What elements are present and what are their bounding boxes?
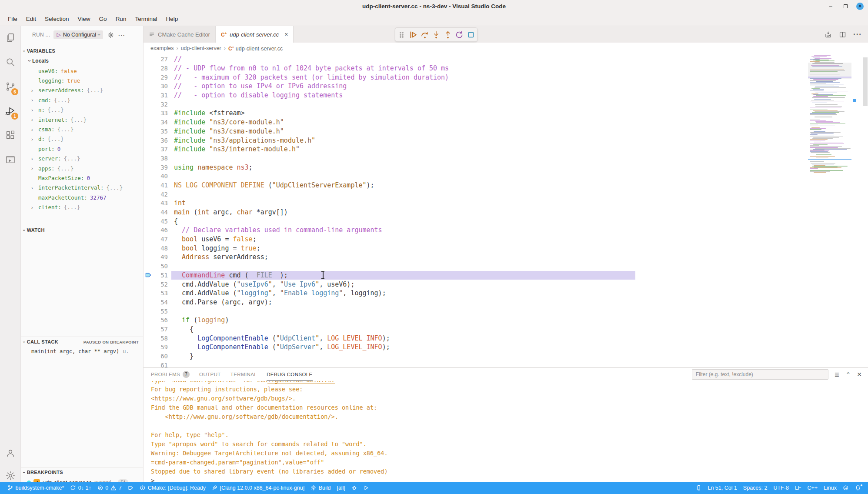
code-line-50[interactable]: 50 [144, 262, 868, 271]
close-tab-icon[interactable]: × [284, 31, 288, 38]
menu-item-view[interactable]: View [73, 14, 95, 24]
stop-button[interactable] [466, 30, 476, 40]
variable-row-client[interactable]: ›client:{...} [21, 202, 143, 212]
variable-row-n[interactable]: ›n:{...} [21, 105, 143, 115]
breadcrumb-item[interactable]: udp-client-server [181, 45, 221, 51]
variable-row-server[interactable]: ›server:{...} [21, 154, 143, 164]
code-editor[interactable]: 27//28// - UDP flow from n0 to n1 of 102… [144, 54, 868, 367]
code-line-43[interactable]: 43int [144, 199, 868, 208]
code-line-38[interactable]: 38 [144, 154, 868, 163]
code-line-33[interactable]: 33#include <fstream> [144, 109, 868, 118]
variable-row-MaxPacketSize[interactable]: MaxPacketSize:0 [21, 173, 143, 183]
variable-row-d[interactable]: ›d:{...} [21, 134, 143, 144]
code-line-31[interactable]: 31// - option to disable logging stateme… [144, 91, 868, 100]
continue-button[interactable] [408, 30, 418, 40]
filter-icon[interactable]: ≣ [835, 371, 840, 378]
code-line-51[interactable]: 51 CommandLine cmd (__FILE__); [144, 271, 868, 280]
menu-item-file[interactable]: File [3, 14, 22, 24]
panel-tab-terminal[interactable]: TERMINAL [230, 368, 257, 381]
step-out-button[interactable] [443, 30, 453, 40]
variable-row-serverAddress[interactable]: ›serverAddress:{...} [21, 86, 143, 95]
minimap[interactable] [808, 54, 851, 180]
variable-row-cmd[interactable]: ›cmd:{...} [21, 95, 143, 105]
close-button[interactable]: × [856, 3, 864, 10]
launch-target-button[interactable] [360, 482, 372, 494]
variables-group-locals[interactable]: ›Locals [21, 56, 143, 66]
debug-target-button[interactable] [348, 482, 361, 494]
minimize-button[interactable]: – [827, 2, 835, 10]
debug-settings-gear-icon[interactable] [107, 31, 115, 39]
debug-console-output[interactable]: Type "show configuration" for configurat… [144, 381, 868, 482]
step-over-button[interactable] [420, 30, 430, 40]
code-line-47[interactable]: 47 bool useV6 = false; [144, 235, 868, 244]
code-line-41[interactable]: 41NS_LOG_COMPONENT_DEFINE ("UdpClientSer… [144, 181, 868, 190]
menu-item-selection[interactable]: Selection [40, 14, 73, 24]
code-line-49[interactable]: 49 Address serverAddress; [144, 253, 868, 262]
menu-item-edit[interactable]: Edit [22, 14, 40, 24]
code-line-48[interactable]: 48 bool logging = true; [144, 244, 868, 253]
problems-status[interactable]: 07 [94, 482, 125, 494]
code-line-60[interactable]: 60 } [144, 352, 868, 361]
breadcrumb[interactable]: examples›udp-client-server›C+ udp-client… [144, 43, 868, 54]
variable-row-csma[interactable]: ›csma:{...} [21, 124, 143, 134]
console-filter-input[interactable] [692, 369, 828, 380]
code-line-55[interactable]: 55 [144, 307, 868, 316]
split-editor-icon[interactable] [839, 31, 846, 38]
code-line-53[interactable]: 53 cmd.AddValue ("logging", "Enable logg… [144, 289, 868, 298]
search-icon[interactable] [0, 53, 21, 72]
menu-item-help[interactable]: Help [161, 14, 182, 24]
restart-button[interactable] [454, 30, 464, 40]
git-branch-status[interactable]: buildsystem-cmake* [4, 482, 67, 494]
eol-status[interactable]: LF [792, 482, 805, 494]
code-line-46[interactable]: 46 // Declare variables used in command-… [144, 226, 868, 235]
panel-tab-debug-console[interactable]: DEBUG CONSOLE [267, 368, 313, 381]
breakpoint-row[interactable]: ✓udp-client-server.ccexampl...51 [21, 477, 143, 482]
code-line-37[interactable]: 37#include "ns3/internet-module.h" [144, 145, 868, 154]
code-line-32[interactable]: 32 [144, 100, 868, 109]
run-debug-icon[interactable]: 1 [0, 101, 21, 120]
editor-scrollbar[interactable] [863, 57, 868, 106]
variable-row-maxPacketCount[interactable]: maxPacketCount:32767 [21, 193, 143, 202]
code-line-36[interactable]: 36#include "ns3/applications-module.h" [144, 136, 868, 145]
code-line-29[interactable]: 29// - maximum of 320 packets sent (or l… [144, 73, 868, 82]
code-line-28[interactable]: 28// - UDP flow from n0 to n1 of 1024 by… [144, 64, 868, 73]
indentation-status[interactable]: Spaces: 2 [740, 482, 771, 494]
launch-config-dropdown[interactable]: ▷ No Configural › [53, 30, 103, 39]
panel-tab-problems[interactable]: PROBLEMS7 [151, 368, 190, 381]
code-line-39[interactable]: 39using namespace ns3; [144, 163, 868, 172]
console-prompt[interactable]: > [151, 476, 868, 482]
code-line-34[interactable]: 34#include "ns3/core-module.h" [144, 118, 868, 127]
stack-frame[interactable]: main(int argc, char ** argv) u. [21, 347, 143, 356]
variable-row-port[interactable]: port:0 [21, 144, 143, 154]
call-stack-header[interactable]: › CALL STACK PAUSED ON BREAKPOINT [21, 337, 143, 347]
code-line-42[interactable]: 42 [144, 190, 868, 199]
menu-item-run[interactable]: Run [111, 14, 131, 24]
variables-header[interactable]: › VARIABLES [21, 46, 143, 56]
chevron-up-icon[interactable]: ⌃ [846, 371, 851, 378]
os-status[interactable]: Linux [821, 482, 840, 494]
variable-row-internet[interactable]: ›internet:{...} [21, 115, 143, 124]
code-line-58[interactable]: 58 LogComponentEnable ("UdpClient", LOG_… [144, 334, 868, 343]
variable-row-useV6[interactable]: useV6:false [21, 66, 143, 76]
explorer-icon[interactable] [0, 28, 21, 47]
tab-udp-client-server-cc[interactable]: C+udp-client-server.cc× [216, 26, 294, 43]
watch-header[interactable]: › WATCH [21, 225, 143, 235]
sync-status[interactable]: 0↓ 1↑ [67, 482, 94, 494]
panel-tab-output[interactable]: OUTPUT [199, 368, 221, 381]
code-line-59[interactable]: 59 LogComponentEnable ("UdpServer", LOG_… [144, 343, 868, 352]
ellipsis-icon[interactable]: ··· [853, 30, 862, 39]
code-line-52[interactable]: 52 cmd.AddValue ("useIpv6", "Use Ipv6", … [144, 280, 868, 289]
variable-row-apps[interactable]: ›apps:{...} [21, 164, 143, 173]
build-button[interactable]: Build [307, 482, 334, 494]
debug-status[interactable] [125, 482, 137, 494]
menu-item-go[interactable]: Go [95, 14, 111, 24]
code-line-45[interactable]: 45{ [144, 217, 868, 226]
tray-download-icon[interactable] [825, 31, 832, 38]
views-more-actions[interactable]: ··· [118, 32, 125, 38]
notifications-status[interactable] [852, 482, 864, 494]
tab-cmake-cache-editor[interactable]: CMake Cache Editor [144, 26, 216, 43]
code-line-30[interactable]: 30// - option to use IPv4 or IPv6 addres… [144, 82, 868, 91]
code-line-44[interactable]: 44main (int argc, char *argv[]) [144, 208, 868, 217]
variable-row-interPacketInterval[interactable]: ›interPacketInterval:{...} [21, 183, 143, 193]
breadcrumb-item[interactable]: C+ udp-client-server.cc [228, 45, 283, 52]
